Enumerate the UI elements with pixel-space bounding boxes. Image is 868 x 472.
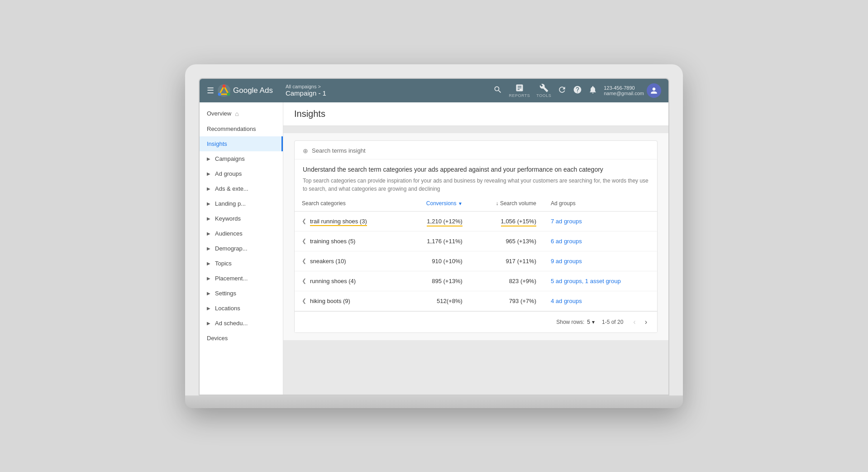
user-details: 123-456-7890 name@gmail.com (604, 85, 644, 96)
table-row: ❮ running shoes (4) 895 (+13%)823 (+9%)5… (295, 271, 657, 291)
sidebar-item-topics[interactable]: ▶ Topics (200, 256, 283, 271)
placements-expand-arrow: ▶ (207, 276, 210, 281)
pagination-next-btn[interactable]: › (642, 317, 650, 327)
svg-point-3 (227, 92, 230, 96)
ad-groups-link-2[interactable]: 9 ad groups (551, 258, 582, 265)
sidebar-item-locations[interactable]: ▶ Locations (200, 301, 283, 316)
show-rows-control: Show rows: 5 ▾ (556, 319, 595, 325)
insights-section: ⊕ Search terms insight Understand the se… (283, 126, 668, 395)
locations-label: Locations (215, 305, 240, 312)
sidebar-item-settings[interactable]: ▶ Settings (200, 286, 283, 301)
sidebar-item-ad-groups[interactable]: ▶ Ad groups (200, 166, 283, 181)
demo-expand-arrow: ▶ (207, 246, 210, 251)
google-ads-logo-icon (218, 84, 230, 97)
sidebar-item-audiences[interactable]: ▶ Audiences (200, 226, 283, 241)
search-volume-cell: 1,056 (+15%) (470, 211, 544, 231)
search-volume-cell: 823 (+9%) (470, 271, 544, 291)
sidebar-item-keywords[interactable]: ▶ Keywords (200, 211, 283, 226)
search-icon[interactable] (493, 85, 502, 96)
col-search-volume[interactable]: ↓ Search volume (470, 196, 544, 212)
schedule-expand-arrow: ▶ (207, 321, 210, 326)
sidebar-item-campaigns[interactable]: ▶ Campaigns (200, 151, 283, 166)
col-ad-groups: Ad groups (544, 196, 657, 212)
breadcrumb-campaign: Campaign - 1 (286, 89, 326, 97)
user-phone: 123-456-7890 (604, 85, 644, 91)
row-expand-chevron-2[interactable]: ❮ (302, 258, 306, 264)
svg-point-2 (218, 92, 221, 96)
ad-groups-cell: 9 ad groups (544, 251, 657, 271)
refresh-icon[interactable] (558, 85, 567, 96)
col-conversions[interactable]: Conversions ▼ (401, 196, 470, 212)
show-rows-label: Show rows: (556, 319, 584, 325)
conversions-cell: 895 (+13%) (401, 271, 470, 291)
help-icon[interactable] (573, 85, 582, 96)
col-search-categories: Search categories (295, 196, 401, 212)
ad-groups-link-3[interactable]: 5 ad groups, 1 asset group (551, 278, 621, 284)
campaigns-expand-arrow: ▶ (207, 156, 210, 161)
row-expand-chevron-0[interactable]: ❮ (302, 218, 306, 224)
audiences-expand-arrow: ▶ (207, 231, 210, 236)
ad-groups-link-4[interactable]: 4 ad groups (551, 298, 582, 304)
search-volume-cell: 965 (+13%) (470, 231, 544, 251)
search-terms-insight-title: Search terms insight (312, 147, 366, 154)
row-expand-chevron-1[interactable]: ❮ (302, 238, 306, 244)
google-ads-text: Google Ads (233, 86, 273, 95)
table-row: ❮ hiking boots (9) 512(+8%)793 (+7%)4 ad… (295, 291, 657, 311)
ad-groups-cell: 6 ad groups (544, 231, 657, 251)
sidebar-item-devices[interactable]: Devices (200, 331, 283, 346)
reports-icon-group[interactable]: REPORTS (509, 83, 530, 98)
user-avatar[interactable] (647, 83, 661, 98)
sidebar-item-insights[interactable]: Insights (200, 136, 283, 151)
tools-icon-group[interactable]: TOOLS (536, 83, 551, 98)
breadcrumb: All campaigns > Campaign - 1 (286, 84, 326, 97)
row-expand-chevron-3[interactable]: ❮ (302, 278, 306, 284)
ad-groups-cell: 4 ad groups (544, 291, 657, 311)
insight-main-text: Understand the search term categories yo… (303, 166, 649, 173)
row-expand-chevron-4[interactable]: ❮ (302, 298, 306, 304)
sidebar-item-recommendations[interactable]: Recommendations (200, 121, 283, 136)
sidebar-item-adschedule[interactable]: ▶ Ad schedu... (200, 316, 283, 331)
sidebar-item-demographics[interactable]: ▶ Demograp... (200, 241, 283, 256)
placements-label: Placement... (215, 275, 248, 282)
table-footer: Show rows: 5 ▾ 1-5 of 20 ‹ › (295, 311, 657, 332)
search-volume-cell: 793 (+7%) (470, 291, 544, 311)
settings-label: Settings (215, 290, 236, 297)
pagination-prev-btn[interactable]: ‹ (630, 317, 638, 327)
demo-label: Demograp... (215, 245, 248, 252)
conversions-cell: 1,176 (+11%) (401, 231, 470, 251)
insight-description: Understand the search term categories yo… (295, 159, 657, 196)
sidebar-item-landing-pages[interactable]: ▶ Landing p... (200, 196, 283, 211)
insight-card: ⊕ Search terms insight Understand the se… (294, 140, 658, 333)
page-title: Insights (294, 109, 658, 119)
category-name-0: trail running shoes (3) (310, 218, 367, 225)
breadcrumb-parent[interactable]: All campaigns > (286, 84, 326, 89)
tools-label: TOOLS (536, 93, 551, 98)
category-cell: ❮ sneakers (10) (295, 251, 401, 271)
ad-groups-link-1[interactable]: 6 ad groups (551, 238, 582, 245)
insight-card-header: ⊕ Search terms insight (295, 141, 657, 159)
adgroups-label: Ad groups (215, 170, 242, 177)
ads-label: Ads & exte... (215, 185, 248, 192)
topbar-left: ☰ Google Ads All cam (207, 84, 493, 97)
category-name-2: sneakers (10) (310, 258, 346, 265)
notification-icon[interactable] (588, 85, 597, 96)
ad-groups-cell: 7 ad groups (544, 211, 657, 231)
landing-expand-arrow: ▶ (207, 201, 210, 206)
campaigns-label: Campaigns (215, 155, 245, 162)
search-volume-cell: 917 (+11%) (470, 251, 544, 271)
insights-label: Insights (207, 140, 227, 147)
category-cell: ❮ training shoes (5) (295, 231, 401, 251)
devices-label: Devices (207, 335, 228, 342)
keywords-expand-arrow: ▶ (207, 216, 210, 221)
sidebar-item-overview[interactable]: Overview ⌂ (200, 106, 283, 121)
table-header-row: Search categories Conversions ▼ ↓ Search… (295, 196, 657, 212)
sidebar-item-placements[interactable]: ▶ Placement... (200, 271, 283, 286)
rows-count-select[interactable]: 5 ▾ (587, 319, 595, 325)
ad-groups-link-0[interactable]: 7 ad groups (551, 218, 582, 225)
hamburger-icon[interactable]: ☰ (207, 86, 214, 96)
sidebar: Overview ⌂ Recommendations Insights ▶ Ca… (200, 102, 283, 395)
user-info[interactable]: 123-456-7890 name@gmail.com (604, 83, 661, 98)
locations-expand-arrow: ▶ (207, 306, 210, 311)
reports-label: REPORTS (509, 93, 530, 98)
sidebar-item-ads[interactable]: ▶ Ads & exte... (200, 181, 283, 196)
